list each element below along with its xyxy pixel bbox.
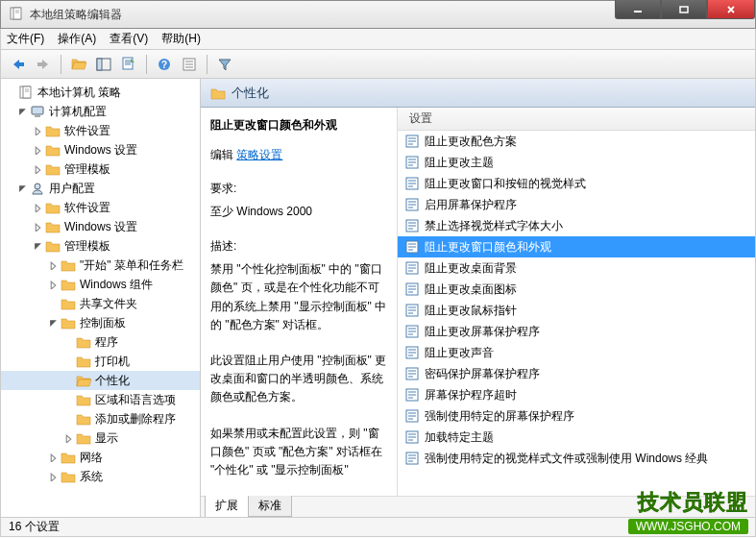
tree-win-components[interactable]: Windows 组件 [1,275,200,294]
setting-item[interactable]: 屏幕保护程序超时 [398,384,755,405]
setting-item[interactable]: 阻止更改窗口和按钮的视觉样式 [398,173,755,194]
expander-closed-icon[interactable] [47,259,59,271]
folder-icon [76,393,91,406]
edit-policy-link[interactable]: 策略设置 [236,147,282,163]
expander-open-icon[interactable] [32,240,43,252]
tree-printers[interactable]: 打印机 [1,352,200,371]
expander-closed-icon[interactable] [47,452,59,463]
tree-label: 控制面板 [80,315,126,331]
tree-system[interactable]: 系统 [1,467,200,486]
policy-setting-icon [405,198,419,211]
tree-root[interactable]: 本地计算机 策略 [1,83,200,102]
properties-button[interactable] [178,53,201,76]
setting-item[interactable]: 强制使用特定的视觉样式文件或强制使用 Windows 经典 [398,448,755,469]
policy-setting-icon [405,134,419,148]
tree-start-menu[interactable]: "开始" 菜单和任务栏 [1,256,200,275]
settings-header[interactable]: 设置 [398,108,755,131]
tree-network[interactable]: 网络 [1,448,200,467]
setting-item[interactable]: 禁止选择视觉样式字体大小 [398,215,755,236]
maximize-button[interactable] [661,0,707,19]
setting-label: 阻止更改桌面背景 [425,260,517,277]
tree-label: 软件设置 [64,123,110,139]
expander-closed-icon[interactable] [32,163,43,175]
policy-setting-icon [405,156,419,169]
folder-icon [45,220,61,233]
policy-tree[interactable]: 本地计算机 策略 计算机配置 软件设置 Windows 设置 管理模板 [1,79,200,517]
tree-label: 网络 [80,450,103,466]
setting-item[interactable]: 阻止更改桌面图标 [398,279,755,300]
menu-help[interactable]: 帮助(H) [161,31,201,47]
tree-add-remove[interactable]: 添加或删除程序 [1,409,200,428]
setting-item[interactable]: 阻止更改屏幕保护程序 [398,321,755,342]
tree-region-lang[interactable]: 区域和语言选项 [1,390,200,409]
tree-comp-software[interactable]: 软件设置 [1,121,200,140]
setting-item[interactable]: 密码保护屏幕保护程序 [398,363,755,384]
tree-label: Windows 组件 [80,277,153,293]
menu-action[interactable]: 操作(A) [58,31,96,47]
expander-closed-icon[interactable] [32,202,43,213]
folder-icon [76,355,91,368]
tree-computer-config[interactable]: 计算机配置 [1,102,200,121]
setting-item[interactable]: 加载特定主题 [398,427,755,448]
tree-label: 软件设置 [64,200,110,216]
setting-item[interactable]: 阻止更改鼠标指针 [398,300,755,321]
bottom-tabs: 扩展 标准 [201,496,755,517]
folder-icon [61,316,76,330]
show-hide-tree-button[interactable] [92,53,115,76]
expander-closed-icon[interactable] [47,279,59,290]
setting-item[interactable]: 阻止更改配色方案 [398,131,755,152]
expander-closed-icon[interactable] [32,144,43,156]
setting-item[interactable]: 阻止更改声音 [398,342,755,363]
menu-file[interactable]: 文件(F) [7,31,44,47]
right-body: 阻止更改窗口颜色和外观 编辑 策略设置 要求: 至少 Windows 2000 … [201,108,755,496]
expander-open-icon[interactable] [47,317,59,329]
expander-closed-icon[interactable] [62,432,74,444]
setting-item[interactable]: 阻止更改窗口颜色和外观 [398,236,755,257]
tree-control-panel[interactable]: 控制面板 [1,313,200,332]
setting-item[interactable]: 强制使用特定的屏幕保护程序 [398,405,755,427]
tree-label: "开始" 菜单和任务栏 [80,257,183,274]
folder-icon [61,278,76,291]
folder-icon [45,124,61,137]
menu-view[interactable]: 查看(V) [110,31,148,47]
tree-user-admin[interactable]: 管理模板 [1,236,200,256]
minimize-button[interactable] [615,0,661,19]
setting-label: 密码保护屏幕保护程序 [425,366,540,382]
expander-icon[interactable] [5,86,16,98]
tree-label: Windows 设置 [64,142,137,159]
policy-setting-icon [405,325,419,338]
folder-icon [76,412,91,426]
tree-shared-folders[interactable]: 共享文件夹 [1,294,200,313]
tree-comp-admin[interactable]: 管理模板 [1,159,200,179]
tab-extended[interactable]: 扩展 [205,496,249,517]
setting-item[interactable]: 启用屏幕保护程序 [398,194,755,215]
expander-open-icon[interactable] [16,106,28,117]
expander-closed-icon[interactable] [32,221,43,232]
policy-setting-icon [405,430,419,444]
tree-comp-windows[interactable]: Windows 设置 [1,140,200,159]
up-button[interactable] [67,53,90,76]
setting-item[interactable]: 阻止更改主题 [398,152,755,173]
expander-blank [62,413,74,425]
tree-user-windows[interactable]: Windows 设置 [1,217,200,236]
forward-button[interactable] [32,53,55,76]
expander-closed-icon[interactable] [32,125,43,136]
tree-display[interactable]: 显示 [1,428,200,448]
tree-programs[interactable]: 程序 [1,332,200,352]
tree-user-software[interactable]: 软件设置 [1,198,200,217]
expander-closed-icon[interactable] [47,471,59,482]
filter-button[interactable] [213,53,236,76]
folder-icon [45,162,61,176]
window-controls [615,0,755,19]
tree-personalization[interactable]: 个性化 [1,371,200,390]
help-button[interactable]: ? [153,53,176,76]
description-p3: 如果禁用或未配置此设置，则 "窗口颜色" 页或 "配色方案" 对话框在 "个性化… [210,425,387,480]
settings-list[interactable]: 阻止更改配色方案阻止更改主题阻止更改窗口和按钮的视觉样式启用屏幕保护程序禁止选择… [398,131,755,496]
setting-item[interactable]: 阻止更改桌面背景 [398,257,755,279]
close-button[interactable] [707,0,755,19]
back-button[interactable] [7,53,30,76]
expander-open-icon[interactable] [16,183,28,194]
tab-standard[interactable]: 标准 [248,496,292,517]
tree-user-config[interactable]: 用户配置 [1,179,200,198]
export-button[interactable] [117,53,140,76]
